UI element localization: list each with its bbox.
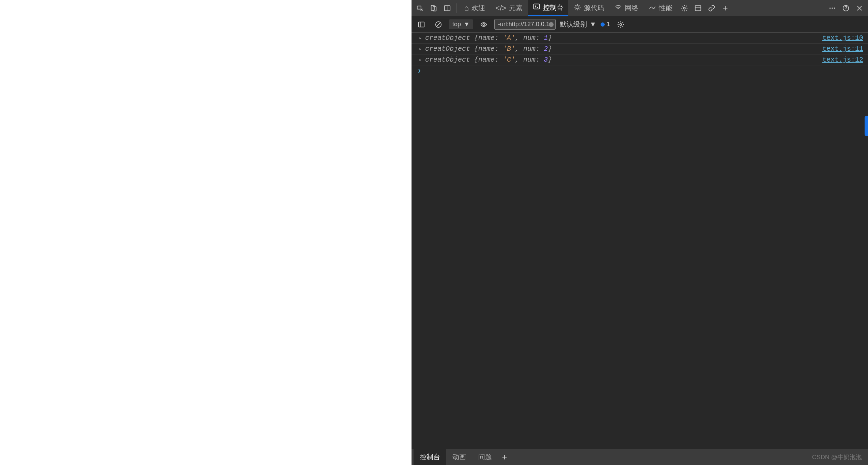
expand-arrow-icon[interactable]: ▸	[419, 46, 422, 52]
log-message: creatObject {name: 'C', num: 3}	[425, 56, 552, 64]
performance-icon	[649, 3, 656, 13]
tab-elements[interactable]: </> 元素	[491, 0, 527, 16]
wifi-icon	[615, 3, 622, 13]
drawer-tab-animations[interactable]: 动画	[446, 449, 472, 465]
dock-icon[interactable]	[692, 2, 704, 15]
dock-side-icon[interactable]	[441, 2, 454, 15]
console-icon	[533, 3, 540, 12]
tab-label: 性能	[659, 3, 672, 13]
drawer-tab-console[interactable]: 控制台	[414, 449, 446, 465]
svg-point-13	[832, 7, 833, 9]
console-settings-icon[interactable]	[614, 18, 627, 31]
svg-point-12	[830, 7, 831, 9]
home-icon: ⌂	[464, 4, 469, 13]
console-log-row[interactable]: ▸creatObject {name: 'C', num: 3}text.js:…	[412, 54, 868, 65]
link-icon[interactable]	[705, 2, 718, 15]
log-message: creatObject {name: 'B', num: 2}	[425, 45, 552, 53]
inspect-icon[interactable]	[414, 2, 427, 15]
svg-rect-18	[419, 22, 424, 27]
expand-arrow-icon[interactable]: ▸	[419, 57, 422, 63]
tab-console[interactable]: 控制台	[528, 0, 568, 16]
console-toolbar: top ▼ 默认级别 ▼ 1	[412, 16, 868, 33]
log-source-link[interactable]: text.js:12	[822, 56, 863, 64]
chevron-down-icon: ▼	[590, 20, 596, 28]
tab-label: 元素	[509, 3, 523, 13]
console-prompt[interactable]: ❯	[412, 65, 868, 76]
log-message: creatObject {name: 'A', num: 1}	[425, 34, 552, 42]
devtools-panel: ⌂ 欢迎 </> 元素 控制台 源代码 网络	[412, 0, 868, 465]
add-tab-icon[interactable]	[719, 2, 732, 15]
console-log-row[interactable]: ▸creatObject {name: 'A', num: 1}text.js:…	[412, 33, 868, 44]
levels-label: 默认级别	[560, 20, 587, 29]
tab-label: 控制台	[420, 452, 440, 462]
svg-point-6	[576, 5, 579, 9]
page-viewport	[0, 0, 412, 465]
log-levels-select[interactable]: 默认级别 ▼	[560, 20, 596, 29]
watermark: CSDN @牛奶泡泡	[812, 453, 862, 461]
tab-label: 问题	[478, 452, 492, 462]
more-icon[interactable]	[826, 2, 839, 15]
execution-context-select[interactable]: top ▼	[449, 19, 473, 29]
tab-label: 动画	[452, 452, 466, 462]
devtools-main-toolbar: ⌂ 欢迎 </> 元素 控制台 源代码 网络	[412, 0, 868, 16]
close-icon[interactable]	[853, 2, 866, 15]
live-expression-icon[interactable]	[477, 18, 490, 31]
device-toggle-icon[interactable]	[427, 2, 440, 15]
svg-rect-0	[417, 6, 421, 9]
sidebar-toggle-icon[interactable]	[415, 18, 428, 31]
expand-arrow-icon[interactable]: ▸	[419, 35, 422, 41]
clear-console-icon[interactable]	[432, 18, 445, 31]
log-source-link[interactable]: text.js:11	[822, 45, 863, 53]
tab-welcome[interactable]: ⌂ 欢迎	[460, 0, 490, 16]
tab-label: 网络	[625, 3, 638, 13]
svg-rect-3	[445, 5, 450, 11]
filter-input[interactable]	[494, 19, 556, 30]
tab-label: 欢迎	[471, 3, 485, 13]
svg-rect-5	[534, 4, 540, 9]
svg-line-21	[437, 22, 440, 26]
drawer-add-icon[interactable]	[498, 451, 511, 464]
svg-rect-8	[695, 5, 701, 11]
prompt-caret-icon: ❯	[418, 67, 421, 74]
console-output: ▸creatObject {name: 'A', num: 1}text.js:…	[412, 33, 868, 449]
issue-dot-icon	[601, 22, 605, 27]
settings-gear-icon[interactable]	[678, 2, 691, 15]
log-source-link[interactable]: text.js:10	[822, 34, 863, 42]
svg-point-23	[620, 23, 622, 26]
tab-performance[interactable]: 性能	[644, 0, 677, 16]
bug-icon	[574, 3, 581, 13]
tab-label: 源代码	[584, 3, 604, 13]
help-icon[interactable]	[839, 2, 852, 15]
issues-count: 1	[607, 21, 610, 28]
console-log-row[interactable]: ▸creatObject {name: 'B', num: 2}text.js:…	[412, 44, 868, 54]
context-label: top	[452, 21, 461, 28]
svg-point-14	[834, 7, 835, 9]
tab-label: 控制台	[543, 3, 563, 12]
tab-network[interactable]: 网络	[610, 0, 643, 16]
tab-sources[interactable]: 源代码	[569, 0, 609, 16]
devtools-drawer: 控制台 动画 问题 CSDN @牛奶泡泡	[412, 449, 868, 465]
filter-active-badge	[549, 22, 554, 27]
svg-point-7	[683, 7, 685, 9]
chevron-down-icon: ▼	[464, 21, 470, 28]
svg-point-22	[483, 23, 485, 26]
issues-indicator[interactable]: 1	[601, 21, 610, 28]
drawer-tab-issues[interactable]: 问题	[472, 449, 498, 465]
code-icon: </>	[495, 4, 506, 13]
